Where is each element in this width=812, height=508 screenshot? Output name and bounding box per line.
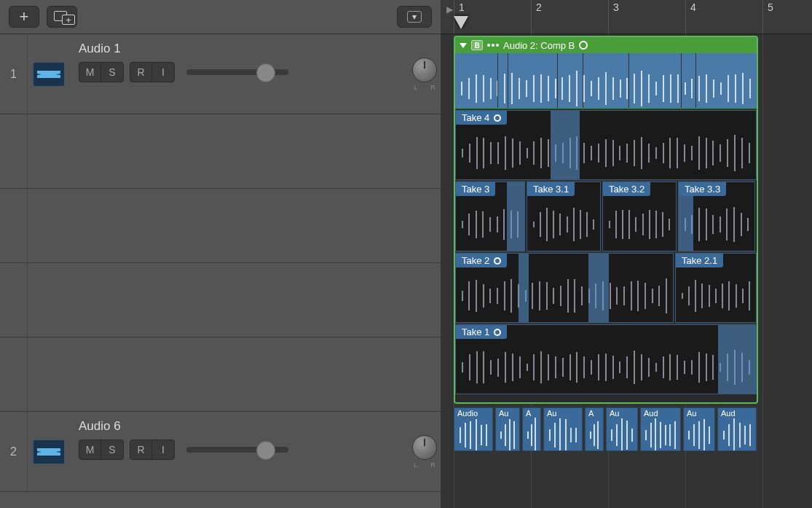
play-icon: ▶ — [446, 4, 453, 15]
take-lane[interactable]: Take 4 — [455, 109, 757, 180]
take-segment[interactable]: Take 2.1 — [675, 253, 757, 323]
take-lane[interactable]: Take 3Take 3.1Take 3.2Take 3.3 — [455, 180, 757, 251]
track-header[interactable]: 1 Audio 1 M S R I — [0, 34, 441, 114]
comp-badge[interactable]: B — [471, 40, 483, 50]
track-name[interactable]: Audio 6 — [79, 419, 400, 434]
waveform — [607, 420, 637, 450]
comp-region[interactable] — [455, 53, 757, 109]
region-label: Au — [684, 408, 699, 418]
mute-button[interactable]: M — [79, 63, 101, 82]
waveform — [454, 420, 492, 450]
audio-region[interactable]: Au — [543, 407, 583, 451]
take-segment[interactable]: Take 3.2 — [602, 181, 677, 251]
ruler-tick: 4 — [685, 0, 696, 34]
playhead[interactable] — [454, 16, 468, 29]
take-folder-title: Audio 2: Comp B — [503, 40, 575, 51]
loop-icon — [494, 257, 501, 265]
waveform — [527, 198, 600, 251]
take-label: Take 3.3 — [679, 182, 726, 196]
take-lane-header — [0, 114, 441, 189]
solo-button[interactable]: S — [101, 440, 123, 459]
record-button[interactable]: R — [130, 63, 152, 82]
waveform — [586, 420, 603, 450]
region-label: Au — [496, 408, 511, 418]
region-label: Audio — [454, 408, 481, 418]
audio-region[interactable]: A — [585, 407, 604, 451]
take-segment[interactable]: Take 2 — [455, 253, 674, 323]
take-segment[interactable]: Take 3.3 — [678, 181, 755, 251]
take-lane-header — [0, 189, 441, 263]
audio-region[interactable]: Au — [495, 407, 520, 451]
audio-region[interactable]: A — [522, 407, 541, 451]
take-lane-header — [0, 263, 441, 337]
take-lane[interactable]: Take 2Take 2.1 — [455, 251, 757, 323]
loop-icon — [494, 329, 501, 336]
take-segment[interactable]: Take 3.1 — [527, 181, 601, 251]
timeline-ruler[interactable]: ▶ 1 2 3 4 5 — [441, 0, 812, 34]
toolbar-dropdown-button[interactable] — [397, 6, 432, 28]
audio-region[interactable]: Au — [683, 407, 715, 451]
audio-region[interactable]: Aud — [640, 407, 681, 451]
input-button[interactable]: I — [152, 440, 174, 459]
region-label: A — [586, 408, 596, 418]
record-button[interactable]: R — [130, 440, 152, 459]
take-label: Take 3.1 — [527, 182, 575, 196]
audio-track-icon[interactable] — [33, 439, 65, 464]
waveform — [456, 341, 756, 394]
waveform — [641, 420, 680, 450]
take-label: Take 1 — [456, 325, 507, 339]
duplicate-track-button[interactable] — [47, 6, 77, 28]
track-header[interactable]: 2 Audio 6 M S R I — [0, 412, 441, 492]
take-label: Take 2.1 — [676, 254, 723, 267]
ruler-tick: 2 — [531, 0, 542, 34]
loop-icon — [494, 114, 501, 122]
track-2-clips: AudioAuAAuAAuAudAuAud — [454, 407, 758, 451]
track-number: 2 — [0, 412, 28, 491]
take-segment[interactable]: Take 1 — [455, 324, 757, 394]
audio-region[interactable]: Aud — [717, 407, 757, 451]
volume-slider[interactable] — [186, 447, 288, 453]
waveform — [523, 420, 540, 450]
waveform — [684, 420, 714, 450]
take-segment[interactable]: Take 3 — [455, 181, 525, 251]
take-label: Take 3.2 — [603, 182, 650, 196]
waveform — [676, 270, 756, 322]
pan-knob[interactable] — [412, 435, 437, 460]
toolbar — [0, 0, 441, 34]
track-headers: 1 Audio 1 M S R I — [0, 34, 441, 508]
take-label: Take 3 — [456, 182, 495, 196]
waveform — [456, 270, 673, 322]
audio-track-icon[interactable] — [33, 62, 65, 87]
region-label: Au — [544, 408, 559, 418]
waveform — [603, 198, 676, 251]
region-label: Aud — [718, 408, 738, 418]
waveform — [718, 420, 756, 450]
mute-button[interactable]: M — [79, 440, 101, 459]
input-button[interactable]: I — [152, 63, 174, 82]
waveform — [455, 69, 757, 108]
audio-region[interactable]: Au — [606, 407, 638, 451]
take-lane[interactable]: Take 1 — [455, 323, 757, 394]
solo-button[interactable]: S — [101, 63, 123, 82]
take-folder[interactable]: B Audio 2: Comp B Take 4Take 3Take 3.1Ta… — [454, 36, 758, 404]
pan-knob[interactable] — [412, 58, 437, 82]
audio-region[interactable]: Audio — [454, 407, 493, 451]
arrange-area[interactable]: B Audio 2: Comp B Take 4Take 3Take 3.1Ta… — [441, 34, 812, 508]
take-folder-header[interactable]: B Audio 2: Comp B — [455, 37, 757, 53]
take-segment[interactable]: Take 4 — [455, 110, 757, 180]
track-name[interactable]: Audio 1 — [79, 42, 400, 56]
disclosure-triangle-icon[interactable] — [460, 43, 467, 48]
region-label: Au — [607, 408, 622, 418]
track-number: 1 — [0, 34, 28, 114]
take-label: Take 4 — [456, 111, 507, 125]
volume-slider[interactable] — [186, 69, 288, 75]
ruler-tick: 3 — [608, 0, 619, 34]
take-lane-header — [0, 337, 441, 412]
region-label: Aud — [641, 408, 661, 418]
region-label: A — [523, 408, 534, 418]
loop-icon[interactable] — [579, 41, 588, 50]
waveform — [496, 420, 519, 450]
ruler-tick: 5 — [762, 0, 773, 34]
add-track-button[interactable] — [9, 6, 39, 28]
quick-swipe-icon[interactable] — [487, 44, 499, 47]
